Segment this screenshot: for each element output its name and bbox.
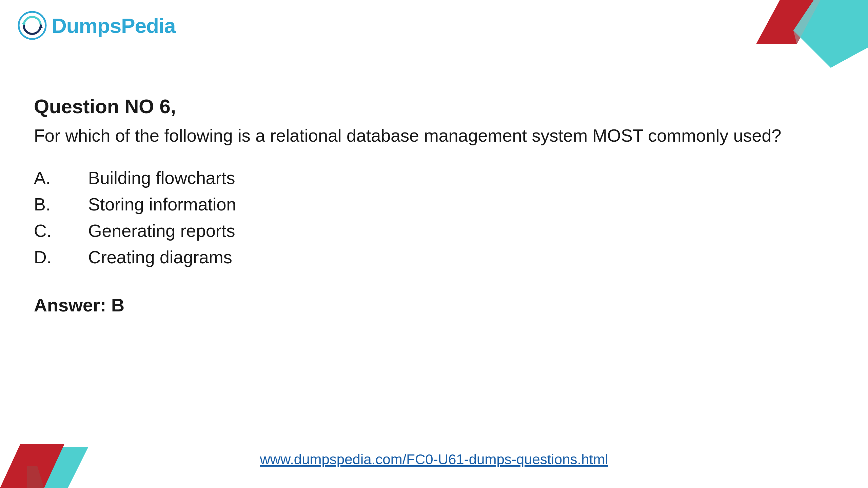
question-text: For which of the following is a relation…	[34, 124, 800, 147]
option-b: B. Storing information	[34, 194, 800, 215]
main-content: Question NO 6, For which of the followin…	[34, 95, 800, 316]
header: DumpsPedia	[17, 10, 176, 41]
question-number: Question NO 6,	[34, 95, 800, 118]
top-right-decoration	[726, 0, 868, 75]
logo-part1: Dumps	[52, 14, 121, 37]
option-a-text: Building flowcharts	[88, 168, 235, 188]
option-b-letter: B.	[34, 194, 88, 215]
logo-icon	[17, 10, 47, 41]
options-list: A. Building flowcharts B. Storing inform…	[34, 168, 800, 267]
svg-marker-8	[39, 25, 43, 28]
option-a-letter: A.	[34, 168, 88, 188]
option-b-text: Storing information	[88, 194, 236, 215]
footer-url[interactable]: www.dumpspedia.com/FC0-U61-dumps-questio…	[260, 451, 608, 468]
footer-url-text: www.dumpspedia.com/FC0-U61-dumps-questio…	[260, 451, 608, 467]
option-a: A. Building flowcharts	[34, 168, 800, 188]
answer: Answer: B	[34, 294, 800, 316]
svg-marker-7	[22, 23, 26, 25]
logo-part2: Pedia	[121, 14, 175, 37]
option-d: D. Creating diagrams	[34, 247, 800, 267]
option-c: C. Generating reports	[34, 221, 800, 241]
option-d-text: Creating diagrams	[88, 247, 232, 267]
bottom-left-decoration	[0, 393, 108, 488]
answer-value: B	[111, 295, 124, 315]
logo-text: DumpsPedia	[52, 14, 176, 38]
option-d-letter: D.	[34, 247, 88, 267]
answer-label: Answer:	[34, 295, 111, 315]
option-c-text: Generating reports	[88, 221, 235, 241]
option-c-letter: C.	[34, 221, 88, 241]
